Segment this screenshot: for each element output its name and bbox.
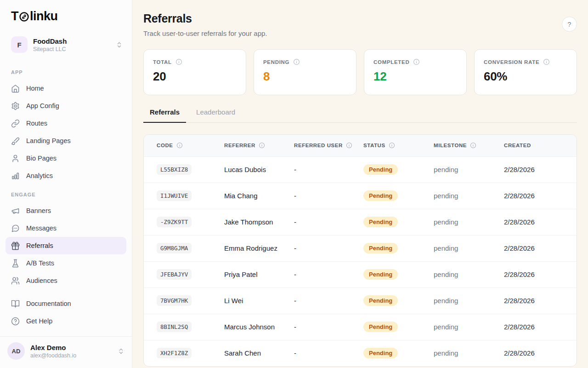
sidebar-item-a-b-tests[interactable]: A/B Tests — [6, 254, 126, 272]
sidebar-item-label: Banners — [26, 207, 51, 214]
column-label: CODE — [157, 143, 173, 148]
page-subtitle: Track user-to-user referrals for your ap… — [143, 29, 577, 37]
bar-chart-icon — [11, 172, 20, 180]
sidebar-item-referrals[interactable]: Referrals — [6, 237, 126, 254]
sidebar-item-messages[interactable]: Messages — [6, 219, 126, 237]
cell-created: 2/28/2026 — [504, 261, 577, 288]
cell-milestone: pending — [434, 314, 504, 340]
info-icon — [293, 58, 300, 65]
cell-milestone: pending — [434, 183, 504, 209]
sidebar-item-routes[interactable]: Routes — [6, 115, 126, 132]
stat-value: 8 — [263, 69, 347, 84]
sidebar-item-analytics[interactable]: Analytics — [6, 167, 126, 184]
sidebar-footer-items: DocumentationGet Help — [0, 295, 132, 330]
table-row[interactable]: I1JWUIVEMia Chang-Pendingpending2/28/202… — [144, 183, 577, 209]
referral-code-chip: L55BXIZ8 — [157, 164, 192, 175]
flask-icon — [11, 259, 20, 268]
referral-code-chip: -Z9ZK9TT — [157, 217, 192, 227]
cell-status: Pending — [363, 340, 434, 366]
help-button[interactable]: ? — [562, 17, 577, 32]
sidebar-item-home[interactable]: Home — [6, 80, 126, 97]
nav-section-label-engage: ENGAGE — [0, 192, 132, 197]
cell-referred-user: - — [294, 261, 363, 288]
info-icon — [176, 142, 183, 149]
cell-status: Pending — [363, 156, 434, 183]
sidebar-item-banners[interactable]: Banners — [6, 202, 126, 219]
cell-status: Pending — [363, 314, 434, 340]
message-icon — [11, 224, 20, 233]
cell-milestone: pending — [434, 156, 504, 183]
sidebar: T linku F FoodDash Sitepact LLC APPHomeA… — [0, 0, 132, 368]
table-row[interactable]: 7BVGM7HKLi Wei-Pendingpending2/28/2026 — [144, 288, 577, 314]
user-name: Alex Demo — [30, 344, 112, 352]
app-logo: T linku — [0, 0, 132, 23]
sidebar-item-label: Bio Pages — [26, 155, 57, 162]
column-header-status: STATUS — [363, 135, 434, 156]
link-icon — [11, 119, 20, 128]
status-badge: Pending — [363, 164, 398, 175]
sidebar-item-label: Audiences — [26, 277, 57, 284]
cell-milestone: pending — [434, 288, 504, 314]
cell-referred-user: - — [294, 314, 363, 340]
column-label: REFERRED USER — [294, 143, 343, 148]
user-avatar: AD — [7, 342, 25, 360]
table-body: L55BXIZ8Lucas Dubois-Pendingpending2/28/… — [144, 156, 577, 366]
stat-value: 20 — [153, 69, 237, 84]
info-icon — [259, 142, 265, 149]
referrals-table: CODEREFERRERREFERRED USERSTATUSMILESTONE… — [144, 135, 577, 366]
sidebar-item-landing-pages[interactable]: Landing Pages — [6, 132, 126, 150]
cell-created: 2/28/2026 — [504, 156, 577, 183]
sidebar-item-bio-pages[interactable]: Bio Pages — [6, 150, 126, 167]
workspace-org: Sitepact LLC — [33, 46, 110, 52]
tab-referrals[interactable]: Referrals — [143, 108, 186, 123]
referral-code-chip: G9M8GJMA — [157, 243, 192, 253]
help-circle-icon — [11, 317, 20, 326]
stat-label: PENDING — [263, 59, 289, 65]
workspace-selector[interactable]: F FoodDash Sitepact LLC — [7, 34, 126, 56]
sidebar-item-audiences[interactable]: Audiences — [6, 272, 126, 289]
cell-milestone: pending — [434, 340, 504, 366]
sidebar-item-documentation[interactable]: Documentation — [6, 295, 126, 312]
chevrons-up-down-icon — [116, 41, 123, 48]
referrals-table-container: CODEREFERRERREFERRED USERSTATUSMILESTONE… — [143, 134, 577, 367]
cell-status: Pending — [363, 235, 434, 261]
table-row[interactable]: -Z9ZK9TTJake Thompson-Pendingpending2/28… — [144, 209, 577, 235]
cell-referrer: Sarah Chen — [224, 340, 294, 366]
sidebar-item-app-config[interactable]: App Config — [6, 97, 126, 115]
table-row[interactable]: JFEBAJYVPriya Patel-Pendingpending2/28/2… — [144, 261, 577, 288]
table-row[interactable]: L55BXIZ8Lucas Dubois-Pendingpending2/28/… — [144, 156, 577, 183]
column-header-referrer: REFERRER — [224, 135, 294, 156]
cell-referrer: Lucas Dubois — [224, 156, 294, 183]
cell-referred-user: - — [294, 340, 363, 366]
cell-referrer: Mia Chang — [224, 183, 294, 209]
column-label: MILESTONE — [434, 143, 467, 148]
cell-code: L55BXIZ8 — [144, 156, 224, 183]
table-header-row: CODEREFERRERREFERRED USERSTATUSMILESTONE… — [144, 135, 577, 156]
referral-code-chip: XH2F1Z8Z — [157, 348, 192, 358]
user-meta: Alex Demo alex@fooddash.io — [30, 344, 112, 359]
stat-label: COMPLETED — [373, 59, 409, 65]
link-circle-icon — [19, 12, 29, 22]
info-icon — [543, 58, 550, 65]
table-row[interactable]: G9M8GJMAEmma Rodriguez-Pendingpending2/2… — [144, 235, 577, 261]
logo-text-after: linku — [30, 9, 58, 23]
info-icon — [389, 142, 395, 149]
cell-code: G9M8GJMA — [144, 235, 224, 261]
user-menu[interactable]: AD Alex Demo alex@fooddash.io — [0, 336, 132, 368]
column-header-code: CODE — [144, 135, 224, 156]
sidebar-item-get-help[interactable]: Get Help — [6, 312, 126, 330]
stat-card-completed: COMPLETED12 — [364, 49, 467, 95]
table-row[interactable]: 8BINL2SQMarcus Johnson-Pendingpending2/2… — [144, 314, 577, 340]
stats-row: TOTAL20PENDING8COMPLETED12CONVERSION RAT… — [143, 49, 577, 95]
stat-value: 60% — [484, 69, 567, 84]
cell-referred-user: - — [294, 209, 363, 235]
cell-created: 2/28/2026 — [504, 183, 577, 209]
tab-leaderboard[interactable]: Leaderboard — [190, 108, 242, 123]
cell-code: -Z9ZK9TT — [144, 209, 224, 235]
column-header-referred-user: REFERRED USER — [294, 135, 363, 156]
book-icon — [11, 299, 20, 308]
cell-referrer: Jake Thompson — [224, 209, 294, 235]
workspace-meta: FoodDash Sitepact LLC — [33, 37, 110, 52]
table-row[interactable]: XH2F1Z8ZSarah Chen-Pendingpending2/28/20… — [144, 340, 577, 366]
cell-status: Pending — [363, 261, 434, 288]
